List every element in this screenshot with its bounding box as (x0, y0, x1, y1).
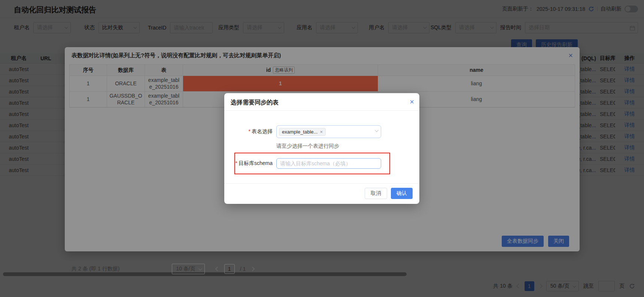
required-mark: * (236, 160, 237, 166)
selected-table-tag: example_table...× (279, 128, 326, 136)
select-helper-text: 请至少选择一个表进行同步 (276, 143, 339, 150)
close-icon[interactable]: × (410, 98, 414, 105)
table-select-row: *表名选择 example_table...× (224, 125, 381, 138)
cancel-button[interactable]: 取消 (365, 188, 387, 199)
schema-label: *目标库schema (224, 160, 273, 167)
dialog-footer: 取消 确认 (365, 188, 413, 199)
confirm-button[interactable]: 确认 (391, 188, 413, 199)
table-multi-select[interactable]: example_table...× (276, 125, 381, 138)
schema-input[interactable] (276, 158, 381, 169)
schema-row: *目标库schema (224, 158, 381, 169)
dialog-title: 选择需要同步的表 (231, 99, 279, 107)
sync-table-dialog: 选择需要同步的表 × *表名选择 example_table...× 请至少选择… (224, 93, 419, 204)
required-mark: * (249, 128, 250, 134)
divider (224, 110, 419, 111)
tag-remove-icon[interactable]: × (320, 129, 323, 135)
divider (224, 183, 419, 184)
table-select-label: *表名选择 (224, 128, 273, 135)
chevron-down-icon (375, 128, 379, 132)
